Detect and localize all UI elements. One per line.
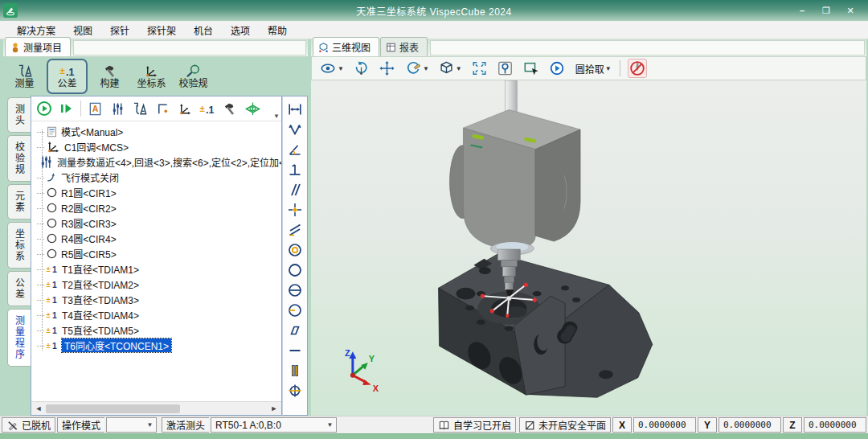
cmm-3d-scene: Z Y X bbox=[311, 80, 866, 416]
tree-item-tolSmall-icon: ±1 bbox=[46, 278, 59, 290]
menu-view[interactable]: 视图 bbox=[64, 21, 101, 39]
chevron-down-icon[interactable]: ▼ bbox=[605, 65, 612, 72]
tree-item[interactable]: R2圆<CIR2> bbox=[31, 200, 281, 215]
scroll-right-button[interactable]: ► bbox=[268, 404, 280, 414]
side-tab-check-gauge[interactable]: 校验规 bbox=[7, 135, 31, 182]
gdt-perpendicularity-button[interactable] bbox=[285, 161, 305, 178]
coordinate-system-button[interactable] bbox=[176, 100, 194, 117]
plane-feature-button[interactable] bbox=[244, 100, 261, 117]
chevron-down-icon[interactable]: ▼ bbox=[423, 65, 429, 72]
side-tab-element[interactable]: 元素 bbox=[7, 184, 31, 220]
chevron-down-icon[interactable]: ▼ bbox=[456, 65, 462, 72]
menu-probe-rack[interactable]: 探针架 bbox=[138, 21, 185, 39]
gdt-flatness-button[interactable] bbox=[285, 322, 305, 339]
tab-measure-project[interactable]: 测量项目 bbox=[5, 37, 71, 56]
locate-button[interactable] bbox=[496, 59, 514, 77]
auto-label-button[interactable]: A bbox=[86, 100, 104, 117]
tree-item[interactable]: 飞行模式关闭 bbox=[31, 170, 281, 185]
gdt-line-profile-button[interactable] bbox=[285, 281, 305, 299]
tab-report[interactable]: 报表 bbox=[380, 37, 428, 56]
svg-text:±: ± bbox=[47, 265, 51, 273]
probe-disabled-button[interactable] bbox=[628, 59, 647, 78]
run-button[interactable] bbox=[35, 100, 53, 117]
view-cube-button[interactable]: ▼ bbox=[437, 59, 463, 77]
tree-item[interactable]: R3圆<CIR3> bbox=[31, 215, 281, 231]
tree-item[interactable]: ±1T2直径<TDIAM2> bbox=[31, 277, 281, 292]
tree-item-label: T1直径<TDIAM1> bbox=[62, 262, 139, 276]
tree-item[interactable]: 测量参数逼近<4>,回退<3>,搜索<6>,定位<2>,定位加<2>,测 bbox=[31, 154, 281, 170]
tree-item[interactable]: ±1T1直径<TDIAM1> bbox=[31, 261, 281, 277]
construct-button[interactable] bbox=[221, 100, 239, 117]
gdt-angle-v-button[interactable] bbox=[285, 121, 305, 138]
tree-item[interactable]: R5圆<CIR5> bbox=[31, 246, 281, 261]
tree-item[interactable]: ±1T4直径<TDIAM4> bbox=[31, 307, 281, 322]
minimize-button[interactable]: – bbox=[791, 2, 813, 18]
play-view-button[interactable] bbox=[548, 59, 566, 77]
chevron-down-icon[interactable]: ▼ bbox=[338, 65, 344, 72]
tree-item-tolSmall-icon: ±1 bbox=[46, 339, 59, 351]
step-run-button[interactable] bbox=[58, 100, 76, 117]
tree-item[interactable]: R4圆<CIR4> bbox=[31, 231, 281, 246]
horizontal-scrollbar[interactable]: ◄ ► bbox=[31, 401, 281, 415]
menu-probe[interactable]: 探针 bbox=[101, 21, 138, 39]
circle-pick-button[interactable]: 圆拾取▼ bbox=[573, 61, 612, 76]
gdt-position-icon bbox=[287, 383, 303, 399]
tree-item[interactable]: C1回调<MCS> bbox=[31, 139, 281, 154]
menu-machine[interactable]: 机台 bbox=[185, 21, 222, 39]
ribbon-construct-button[interactable]: 构建 bbox=[90, 59, 129, 93]
pan-view-button[interactable] bbox=[378, 59, 396, 77]
mode-select[interactable]: ▼ bbox=[106, 417, 157, 433]
side-tab-measure-program[interactable]: 测量程序 bbox=[7, 309, 31, 367]
maximize-button[interactable]: ❐ bbox=[815, 2, 837, 18]
viewport-3d[interactable]: Z Y X bbox=[311, 80, 866, 416]
tolerance-button[interactable]: ±.1 bbox=[199, 100, 216, 117]
ribbon-check-gauge-button[interactable]: 校验规 bbox=[174, 59, 213, 93]
gdt-position-button[interactable] bbox=[285, 382, 305, 400]
measure-params-button[interactable] bbox=[108, 100, 126, 117]
side-tab-probe-head[interactable]: 测头 bbox=[7, 97, 31, 133]
active-probe-select[interactable]: RT50-1 A:0,B:0 ▼ bbox=[211, 417, 337, 433]
window-select-button[interactable] bbox=[522, 59, 541, 77]
tree-item[interactable]: ±1T3直径<TDIAM3> bbox=[31, 292, 281, 307]
measure-tools-button[interactable] bbox=[131, 100, 149, 117]
gdt-parallelism-button[interactable] bbox=[285, 181, 305, 199]
tree-item[interactable]: ±1T5直径<TDIAM5> bbox=[31, 322, 281, 338]
scrollbar-thumb[interactable] bbox=[46, 404, 180, 413]
toolbar-overflow-button[interactable]: ▼ bbox=[273, 113, 280, 120]
gdt-circularity-button[interactable] bbox=[285, 261, 305, 279]
tree-item[interactable]: R1圆<CIR1> bbox=[31, 185, 281, 200]
ribbon-coordinate-system-button[interactable]: 坐标系 bbox=[132, 59, 171, 93]
run-icon bbox=[36, 101, 52, 117]
gdt-distance-button[interactable] bbox=[285, 101, 305, 118]
tree-item[interactable]: ±1T6同心度<TCONCEN1> bbox=[31, 338, 281, 353]
side-tab-coordinate-system[interactable]: 坐标系 bbox=[7, 222, 31, 269]
tree-connector bbox=[37, 314, 44, 316]
coord-value-z: 0.0000000 bbox=[804, 417, 866, 433]
ribbon-coordinate-system-icon bbox=[144, 64, 159, 79]
view-eye-button[interactable]: ▼ bbox=[318, 59, 345, 77]
zoom-fit-button[interactable] bbox=[470, 59, 489, 77]
tree-item[interactable]: 模式<Manual> bbox=[31, 124, 281, 139]
view-orient-button[interactable]: ▼ bbox=[403, 59, 430, 77]
main-area: 测量项目 测量±.1公差构建坐标系校验规 测头校验规元素坐标系公差测量程序 A±… bbox=[0, 39, 868, 416]
gdt-position-target-button[interactable] bbox=[285, 201, 305, 219]
svg-text:1: 1 bbox=[52, 296, 57, 305]
side-tab-tolerance[interactable]: 公差 bbox=[7, 271, 31, 306]
ribbon-measure-button[interactable]: 测量 bbox=[5, 59, 44, 93]
corner-point-button[interactable] bbox=[154, 100, 171, 117]
tab-view-3d[interactable]: 三维视图 bbox=[313, 37, 379, 56]
gdt-angle-button[interactable] bbox=[285, 141, 305, 158]
menu-help[interactable]: 帮助 bbox=[259, 21, 296, 39]
gdt-runout-button[interactable] bbox=[285, 302, 305, 319]
gdt-concentricity-button[interactable] bbox=[285, 241, 305, 259]
gdt-symmetry-button[interactable] bbox=[285, 362, 305, 380]
scroll-left-button[interactable]: ◄ bbox=[32, 404, 45, 414]
close-button[interactable]: ✕ bbox=[839, 2, 862, 18]
gdt-angularity-button[interactable] bbox=[285, 221, 305, 239]
ribbon-tolerance-button[interactable]: ±.1公差 bbox=[47, 59, 88, 94]
menu-options[interactable]: 选项 bbox=[222, 21, 259, 39]
step-run-icon bbox=[59, 101, 75, 117]
gdt-straightness-button[interactable] bbox=[285, 342, 305, 359]
tree-item-label: R1圆<CIR1> bbox=[61, 186, 117, 199]
rotate-view-button[interactable] bbox=[352, 59, 371, 77]
